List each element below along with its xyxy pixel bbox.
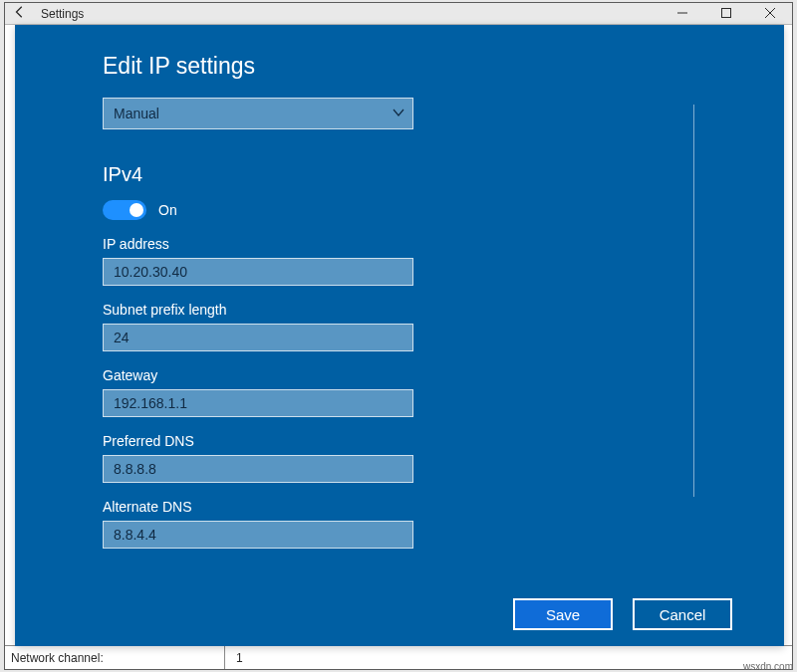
ipv4-toggle[interactable] — [103, 200, 146, 220]
dropdown-selected-value: Manual — [114, 106, 159, 121]
save-button[interactable]: Save — [513, 598, 613, 630]
close-button[interactable] — [748, 3, 792, 25]
window-controls — [661, 3, 792, 25]
subnet-prefix-input[interactable]: 24 — [103, 324, 413, 351]
gateway-label: Gateway — [103, 367, 696, 383]
save-button-label: Save — [546, 606, 580, 623]
network-channel-value: 1 — [236, 651, 243, 665]
alternate-dns-label: Alternate DNS — [103, 499, 696, 515]
alternate-dns-input[interactable]: 8.8.4.4 — [103, 521, 413, 549]
cancel-button-label: Cancel — [660, 606, 706, 623]
gateway-field: Gateway 192.168.1.1 — [103, 367, 696, 417]
alternate-dns-field: Alternate DNS 8.8.4.4 — [103, 499, 696, 549]
subnet-prefix-value: 24 — [114, 330, 130, 345]
ip-address-input[interactable]: 10.20.30.40 — [103, 258, 413, 286]
dialog-content: Edit IP settings Manual IPv4 On IP addre… — [103, 53, 696, 628]
alternate-dns-value: 8.8.4.4 — [114, 527, 156, 543]
edit-ip-settings-dialog: Edit IP settings Manual IPv4 On IP addre… — [15, 25, 784, 646]
gateway-value: 192.168.1.1 — [114, 395, 187, 411]
toggle-knob — [130, 203, 143, 217]
ipv4-heading: IPv4 — [103, 163, 696, 186]
ip-address-label: IP address — [103, 236, 696, 252]
subnet-prefix-label: Subnet prefix length — [103, 302, 696, 318]
subnet-prefix-field: Subnet prefix length 24 — [103, 302, 696, 351]
titlebar: Settings — [5, 3, 792, 25]
chevron-down-icon — [393, 106, 404, 121]
preferred-dns-value: 8.8.8.8 — [114, 461, 156, 477]
close-icon — [765, 7, 775, 21]
arrow-left-icon — [13, 5, 27, 22]
dialog-button-row: Save Cancel — [513, 598, 732, 630]
svg-rect-1 — [722, 9, 731, 18]
maximize-button[interactable] — [704, 3, 748, 25]
settings-window: Settings Network channel: 1 — [4, 2, 793, 670]
ip-address-value: 10.20.30.40 — [114, 264, 187, 280]
maximize-icon — [721, 7, 731, 21]
dialog-title: Edit IP settings — [103, 53, 696, 80]
cancel-button[interactable]: Cancel — [633, 598, 732, 630]
toggle-state-label: On — [158, 202, 177, 218]
back-button[interactable] — [5, 3, 35, 25]
gateway-input[interactable]: 192.168.1.1 — [103, 389, 413, 417]
window-title: Settings — [41, 7, 84, 21]
minimize-icon — [677, 7, 687, 21]
ipv4-toggle-row: On — [103, 200, 696, 220]
network-channel-label: Network channel: — [11, 651, 104, 665]
preferred-dns-input[interactable]: 8.8.8.8 — [103, 455, 413, 483]
window-body: Network channel: 1 Edit IP settings Manu… — [5, 25, 792, 669]
column-divider — [224, 646, 225, 669]
ip-mode-dropdown[interactable]: Manual — [103, 98, 413, 129]
ip-address-field: IP address 10.20.30.40 — [103, 236, 696, 286]
background-row: Network channel: 1 — [5, 645, 792, 669]
preferred-dns-label: Preferred DNS — [103, 433, 696, 449]
watermark: wsxdn.com — [743, 661, 793, 672]
minimize-button[interactable] — [661, 3, 704, 25]
preferred-dns-field: Preferred DNS 8.8.8.8 — [103, 433, 696, 483]
